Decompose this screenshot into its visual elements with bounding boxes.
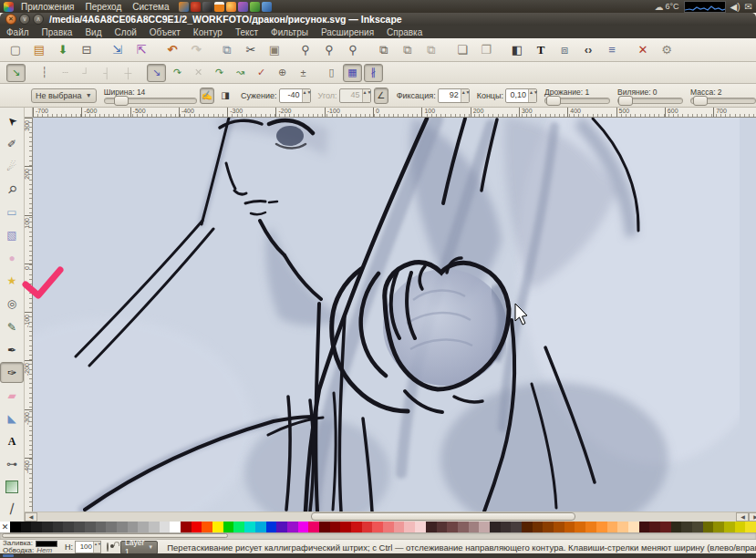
menu-bar-item[interactable]: Расширения xyxy=(315,27,380,37)
undo-button[interactable]: ↶ xyxy=(161,39,183,60)
mail-icon[interactable]: ✉ xyxy=(745,2,752,12)
calligraphy-tool[interactable]: ✑ xyxy=(0,362,24,383)
scroll-left-button-2[interactable]: ◀ xyxy=(736,512,749,522)
menu-bar-item[interactable]: Фильтры xyxy=(264,27,315,37)
color-swatch[interactable] xyxy=(415,522,426,532)
zoom-tool[interactable]: ⚲ xyxy=(0,179,24,200)
color-swatch[interactable] xyxy=(160,522,171,532)
wiggle-slider-thumb[interactable] xyxy=(618,96,633,106)
preset-dropdown[interactable]: Не выбрана ▼ xyxy=(31,88,97,103)
fill-stroke-indicator[interactable]: Заливка: Обводка: Нет xyxy=(0,540,57,554)
color-swatch[interactable] xyxy=(96,522,107,532)
layer-visibility-eye-icon[interactable] xyxy=(107,542,109,552)
color-swatch[interactable] xyxy=(649,522,660,532)
ungroup-button[interactable]: ❐ xyxy=(475,39,497,60)
app-launcher-icon[interactable] xyxy=(250,2,260,12)
color-swatch[interactable] xyxy=(501,522,512,532)
horizontal-scroll-thumb[interactable] xyxy=(311,512,575,521)
zoom-selection-button[interactable]: ⚲ xyxy=(295,39,316,60)
text-tool[interactable]: A xyxy=(0,431,24,452)
applications-menu[interactable]: Приложения xyxy=(17,2,78,12)
maximize-window-button[interactable]: ∧ xyxy=(33,14,44,25)
snap-cusp-nodes-toggle[interactable]: ↷ xyxy=(210,64,229,82)
snap-bbox-corners-toggle[interactable]: ┘ xyxy=(77,64,96,82)
copy-button[interactable]: ⧉ xyxy=(216,39,238,60)
snap-nodes-toggle[interactable]: ↘ xyxy=(147,64,166,82)
width-slider[interactable] xyxy=(104,98,197,104)
snap-bbox-edges-toggle[interactable]: ┄ xyxy=(56,64,75,82)
menu-bar-item[interactable]: Текст xyxy=(229,27,264,37)
color-swatch[interactable] xyxy=(192,522,202,532)
color-swatch[interactable] xyxy=(437,522,448,532)
color-swatch[interactable] xyxy=(287,522,298,532)
pencil-tool[interactable]: ✎ xyxy=(0,316,24,337)
redo-button[interactable]: ↷ xyxy=(185,39,207,60)
volume-icon[interactable]: ◀) xyxy=(730,2,740,12)
color-swatch[interactable] xyxy=(745,522,756,532)
color-swatch[interactable] xyxy=(330,522,341,532)
caps-spinner[interactable]: 0,10 ▲▼ xyxy=(505,88,537,103)
spinner-arrows-icon[interactable]: ▲▼ xyxy=(461,89,469,102)
color-swatch[interactable] xyxy=(490,522,501,532)
color-swatch[interactable] xyxy=(74,522,85,532)
pressure-toggle[interactable]: ✍ xyxy=(200,88,214,104)
app-launcher-icon[interactable] xyxy=(238,2,248,12)
color-swatch[interactable] xyxy=(42,522,53,532)
rectangle-tool[interactable]: ▭ xyxy=(0,202,24,222)
color-swatch[interactable] xyxy=(383,522,394,532)
color-swatch[interactable] xyxy=(128,522,139,532)
color-swatch[interactable] xyxy=(362,522,373,532)
color-swatch[interactable] xyxy=(681,522,692,532)
color-swatch[interactable] xyxy=(181,522,192,532)
taskbar-item[interactable] xyxy=(3,554,14,557)
color-swatch[interactable] xyxy=(404,522,415,532)
width-slider-thumb[interactable] xyxy=(114,96,129,106)
no-color-swatch[interactable]: ✕ xyxy=(0,522,10,532)
cut-button[interactable]: ✂ xyxy=(240,39,262,60)
ellipse-tool[interactable]: ● xyxy=(0,248,24,269)
color-swatch[interactable] xyxy=(85,522,96,532)
menu-bar-item[interactable]: Контур xyxy=(187,27,229,37)
thinning-spinner[interactable]: -40 ▲▼ xyxy=(279,88,311,103)
horizontal-scrollbar[interactable]: ◀ ◀ ▶ xyxy=(25,512,756,522)
tremor-slider-thumb[interactable] xyxy=(546,96,561,106)
snap-object-centers-toggle[interactable]: ⊕ xyxy=(273,64,292,82)
star-tool[interactable]: ★ xyxy=(0,271,24,292)
connector-tool[interactable]: ⊶ xyxy=(0,454,24,475)
color-swatch[interactable] xyxy=(469,522,480,532)
distributor-logo-icon[interactable] xyxy=(4,2,14,12)
color-swatch[interactable] xyxy=(639,522,650,532)
duplicate-button[interactable]: ⧉ xyxy=(373,39,395,60)
color-swatch[interactable] xyxy=(10,522,21,532)
color-swatch[interactable] xyxy=(628,522,639,532)
app-launcher-icon[interactable] xyxy=(214,2,224,12)
new-document-button[interactable]: ▢ xyxy=(5,39,26,60)
color-swatch[interactable] xyxy=(202,522,212,532)
color-swatch[interactable] xyxy=(170,522,181,532)
color-swatch[interactable] xyxy=(426,522,437,532)
app-launcher-icon[interactable] xyxy=(226,2,236,12)
eraser-tool[interactable]: ▰ xyxy=(0,385,24,406)
vacuum-defs-button[interactable]: ✕ xyxy=(632,39,654,60)
box3d-tool[interactable]: ▧ xyxy=(0,225,24,246)
color-swatch[interactable] xyxy=(53,522,64,532)
save-document-button[interactable]: ⬇ xyxy=(52,39,74,60)
paint-bucket-tool[interactable]: ◣ xyxy=(0,408,24,429)
menu-bar-item[interactable]: Файл xyxy=(0,27,36,37)
app-launcher-icon[interactable] xyxy=(191,2,201,12)
app-launcher-icon[interactable] xyxy=(262,2,272,12)
group-button[interactable]: ❏ xyxy=(451,39,473,60)
scroll-left-button[interactable]: ◀ xyxy=(25,512,37,522)
snap-smooth-nodes-toggle[interactable]: ↝ xyxy=(231,64,250,82)
spinner-arrows-icon[interactable]: ▲▼ xyxy=(528,89,536,102)
color-swatch[interactable] xyxy=(607,522,618,532)
color-swatch[interactable] xyxy=(308,522,319,532)
zoom-page-button[interactable]: ⚲ xyxy=(342,39,364,60)
color-swatch[interactable] xyxy=(233,522,244,532)
snap-rotation-centers-toggle[interactable]: ± xyxy=(294,64,313,82)
color-swatch[interactable] xyxy=(713,522,724,532)
color-swatch[interactable] xyxy=(351,522,362,532)
color-swatch[interactable] xyxy=(244,522,255,532)
color-swatch[interactable] xyxy=(255,522,266,532)
scroll-right-button[interactable]: ▶ xyxy=(749,512,756,522)
